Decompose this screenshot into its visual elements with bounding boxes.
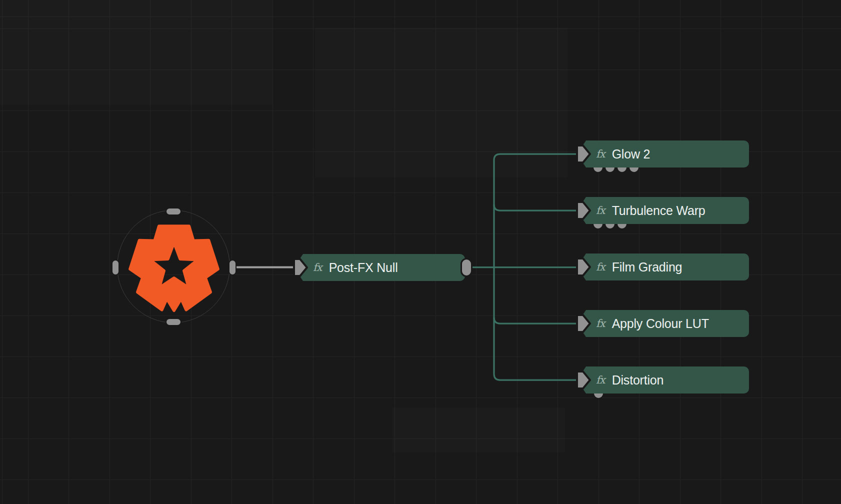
node-film-grading[interactable]: fx Film Grading — [577, 254, 749, 280]
input-port-arrow-icon[interactable] — [575, 256, 592, 278]
node-label: Glow 2 — [612, 147, 650, 162]
node-post-fx-null[interactable]: fx Post-FX Null — [294, 254, 465, 281]
output-port[interactable] — [460, 258, 472, 277]
node-label: Turbulence Warp — [612, 204, 706, 218]
input-port-arrow-icon[interactable] — [575, 369, 592, 391]
fx-icon: fx — [596, 149, 605, 160]
node-turbulence-warp[interactable]: fx Turbulence Warp — [577, 197, 749, 224]
input-port-arrow-icon[interactable] — [575, 143, 592, 165]
node-label: Post-FX Null — [329, 260, 398, 275]
fx-icon: fx — [596, 375, 605, 386]
node-glow-2[interactable]: fx Glow 2 — [577, 140, 749, 168]
star-logo-icon[interactable] — [130, 226, 218, 310]
hero-port-left[interactable] — [112, 260, 120, 276]
hero-port-top[interactable] — [166, 208, 182, 216]
node-label: Distortion — [612, 373, 664, 388]
hero-port-bottom[interactable] — [166, 318, 182, 326]
input-port-arrow-icon[interactable] — [575, 200, 592, 222]
wire-postfx-to-turbulence[interactable] — [494, 204, 578, 210]
node-graph-canvas[interactable]: fx Post-FX Null fx Glow 2 fx Turbulence … — [0, 0, 841, 504]
node-label: Film Grading — [612, 260, 682, 274]
fx-icon: fx — [313, 262, 322, 273]
wire-postfx-to-colour-lut[interactable] — [494, 318, 578, 324]
fx-icon: fx — [596, 318, 605, 329]
hero-port-right[interactable] — [228, 260, 236, 276]
fx-icon: fx — [596, 262, 605, 272]
input-port-arrow-icon[interactable] — [575, 312, 592, 334]
hero-composition-node[interactable] — [124, 218, 224, 318]
fx-icon: fx — [596, 206, 605, 216]
input-port-arrow-icon[interactable] — [292, 256, 309, 278]
node-label: Apply Colour LUT — [612, 316, 709, 331]
node-apply-colour-lut[interactable]: fx Apply Colour LUT — [577, 310, 749, 337]
node-distortion[interactable]: fx Distortion — [577, 366, 749, 394]
